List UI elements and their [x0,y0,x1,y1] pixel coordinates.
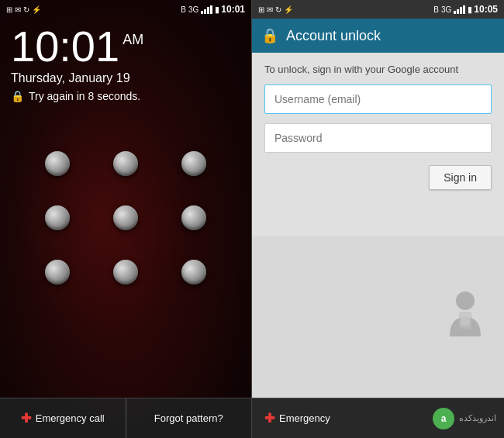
password-input[interactable] [264,123,492,153]
pattern-dot-7[interactable] [45,260,70,285]
dot-cell-6[interactable] [160,191,228,245]
usb-icon: ⚡ [32,5,41,14]
left-lock-message: 🔒 Try again in 8 seconds. [11,90,240,102]
left-status-time: 10:01 [221,4,245,15]
right-logo-area: a اندرویدکده [433,408,504,429]
right-content-area: To unlock, sign in with your Google acco… [252,53,504,236]
right-emergency-label: Emergency [279,412,330,424]
signal-bar-3 [207,7,209,14]
pattern-dot-6[interactable] [181,205,206,230]
left-status-bar: ⊞ ✉ ↻ ⚡ B 3G ▮ 10:01 [0,0,251,19]
right-title-bar: 🔒 Account unlock [252,19,504,53]
right-status-bar: ⊞ ✉ ↻ ⚡ B 3G ▮ 10:05 [252,0,504,19]
dot-cell-4[interactable] [23,191,91,245]
right-signal-bar-3 [460,7,462,14]
grid-icon: ⊞ [6,5,12,14]
dot-cell-8[interactable] [91,245,160,299]
left-time-value: 10:01 [11,25,119,68]
signal-bar-4 [210,5,212,14]
pattern-dot-9[interactable] [181,260,206,285]
signal-bars [201,5,212,14]
left-time-display: 10:01 AM [11,25,240,68]
sign-in-row: Sign in [264,165,492,190]
dot-cell-1[interactable] [23,136,91,191]
right-phone: ⊞ ✉ ↻ ⚡ B 3G ▮ 10:05 🔒 Account unlock To… [252,0,504,438]
right-bluetooth-icon: B [433,5,439,14]
right-signal-bar-4 [463,5,465,14]
dot-cell-3[interactable] [160,136,228,191]
title-lock-icon: 🔒 [261,27,278,44]
right-status-icons-left: ⊞ ✉ ↻ ⚡ [258,5,293,14]
username-input[interactable] [264,84,492,114]
unlock-subtitle: To unlock, sign in with your Google acco… [264,64,492,75]
right-refresh-icon: ↻ [275,5,281,14]
dot-cell-9[interactable] [160,245,228,299]
lock-icon: 🔒 [11,90,24,102]
right-signal-bar-2 [457,9,459,14]
pattern-dot-5[interactable] [113,205,138,230]
battery-icon: ▮ [215,5,219,15]
logo-text: اندرویدکده [459,413,496,423]
dot-cell-2[interactable] [91,136,160,191]
svg-rect-2 [461,313,470,326]
right-status-time: 10:05 [474,4,498,15]
left-clock-area: 10:01 AM Thursday, January 19 🔒 Try agai… [0,19,251,105]
pattern-dot-2[interactable] [113,151,138,176]
signal-bar-1 [201,11,203,14]
sign-in-button[interactable]: Sign in [429,165,492,190]
left-phone: ⊞ ✉ ↻ ⚡ B 3G ▮ 10:01 10:01 AM Thursday, … [0,0,252,438]
pattern-dot-4[interactable] [45,205,70,230]
forgot-pattern-button[interactable]: Forgot pattern? [126,398,252,438]
pattern-dot-1[interactable] [45,151,70,176]
right-status-icons-right: B 3G ▮ 10:05 [433,4,498,15]
dot-cell-7[interactable] [23,245,91,299]
left-status-icons-right: B 3G ▮ 10:01 [181,4,245,15]
right-mail-icon: ✉ [267,5,273,14]
right-network-icon: 3G [441,5,451,14]
left-bottom-bar: ✚ Emergency call Forgot pattern? [0,398,251,438]
right-bottom-bar: ✚ Emergency a اندرویدکده [252,398,504,438]
right-signal-bars [454,5,465,14]
pattern-dot-3[interactable] [181,151,206,176]
right-signal-bar-1 [454,11,456,14]
right-emergency-cross-icon: ✚ [264,411,274,426]
logo-circle: a [433,408,454,429]
title-text: Account unlock [286,28,381,44]
pattern-dot-8[interactable] [113,260,138,285]
watermark-person-icon [442,290,488,344]
right-usb-icon: ⚡ [284,5,293,14]
svg-point-0 [456,291,475,310]
sign-in-label: Sign in [444,171,477,184]
network-3g-icon: 3G [188,5,198,14]
left-date: Thursday, January 19 [11,71,240,85]
left-ampm: AM [123,33,143,47]
mail-icon: ✉ [15,5,21,14]
right-emergency-button[interactable]: ✚ Emergency [252,398,343,438]
watermark [442,290,488,344]
emergency-cross-icon: ✚ [21,411,31,426]
refresh-icon: ↻ [23,5,29,14]
pattern-grid[interactable] [0,121,251,315]
lock-message-text: Try again in 8 seconds. [29,90,140,102]
right-battery-icon: ▮ [468,5,471,15]
bluetooth-icon: B [181,5,186,14]
emergency-call-label: Emergency call [36,412,105,424]
signal-bar-2 [204,9,206,14]
dot-cell-5[interactable] [91,191,160,245]
left-status-icons: ⊞ ✉ ↻ ⚡ [6,5,41,14]
logo-letter: a [441,413,447,424]
right-grid-icon: ⊞ [258,5,264,14]
watermark-area [252,236,504,398]
emergency-call-button[interactable]: ✚ Emergency call [0,398,126,438]
forgot-pattern-label: Forgot pattern? [154,412,223,424]
